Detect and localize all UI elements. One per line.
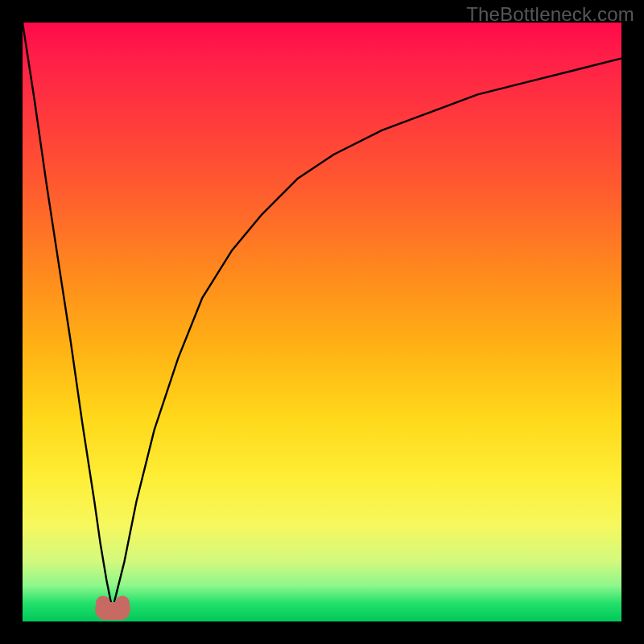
curve-layer <box>23 23 621 621</box>
valley-marker-icon <box>95 602 130 620</box>
chart-frame: TheBottleneck.com <box>0 0 644 644</box>
plot-area <box>23 23 621 621</box>
bottleneck-curve <box>23 23 621 609</box>
watermark-label: TheBottleneck.com <box>466 3 634 26</box>
